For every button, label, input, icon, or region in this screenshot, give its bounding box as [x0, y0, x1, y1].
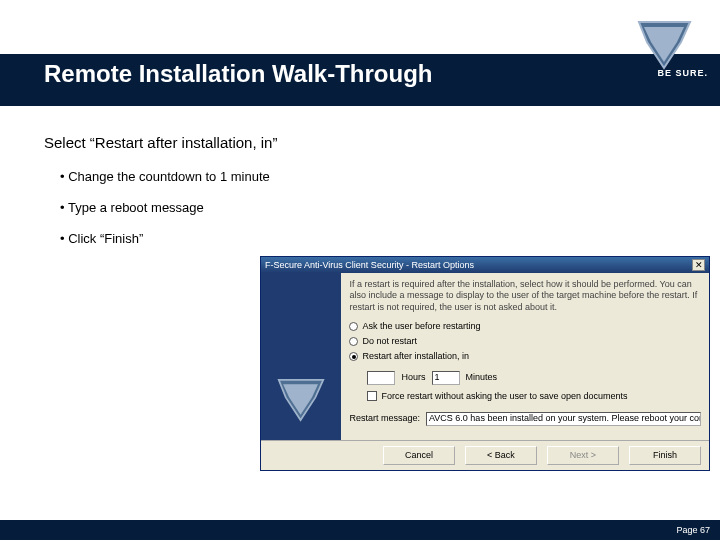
bullet-list: Change the countdown to 1 minute Type a … [60, 169, 684, 246]
subtitle: Select “Restart after installation, in” [44, 134, 684, 151]
list-item: Type a reboot message [60, 200, 684, 215]
radio-icon [349, 352, 358, 361]
radio-label: Ask the user before restarting [362, 321, 480, 332]
hours-field[interactable] [367, 371, 395, 385]
dialog-footer: Cancel < Back Next > Finish [261, 440, 709, 470]
dialog-title: F-Secure Anti-Virus Client Security - Re… [265, 260, 474, 270]
footer: Page 67 [0, 520, 720, 540]
checkbox-icon [367, 391, 377, 401]
hours-label: Hours [401, 372, 425, 383]
brand-tagline: BE SURE. [657, 68, 708, 78]
brand-logo-icon [277, 378, 325, 422]
radio-restart-after[interactable]: Restart after installation, in [349, 351, 701, 362]
brand-name: F-SECURE® [564, 26, 620, 39]
finish-button[interactable]: Finish [629, 446, 701, 465]
dialog-description: If a restart is required after the insta… [349, 279, 701, 313]
next-button: Next > [547, 446, 619, 465]
cancel-button[interactable]: Cancel [383, 446, 455, 465]
radio-label: Restart after installation, in [362, 351, 469, 362]
restart-options-dialog: F-Secure Anti-Virus Client Security - Re… [260, 256, 710, 471]
page-title: Remote Installation Walk-Through [44, 60, 432, 88]
minutes-label: Minutes [466, 372, 498, 383]
checkbox-label: Force restart without asking the user to… [381, 391, 627, 402]
radio-ask-user[interactable]: Ask the user before restarting [349, 321, 701, 332]
minutes-field[interactable]: 1 [432, 371, 460, 385]
header: Remote Installation Walk-Through F-SECUR… [0, 0, 720, 108]
back-button[interactable]: < Back [465, 446, 537, 465]
radio-icon [349, 322, 358, 331]
page-number: Page 67 [676, 525, 710, 535]
dialog-titlebar: F-Secure Anti-Virus Client Security - Re… [261, 257, 709, 273]
restart-message-label: Restart message: [349, 413, 420, 424]
list-item: Click “Finish” [60, 231, 684, 246]
radio-do-not-restart[interactable]: Do not restart [349, 336, 701, 347]
force-restart-checkbox[interactable]: Force restart without asking the user to… [367, 391, 701, 402]
radio-label: Do not restart [362, 336, 417, 347]
content: Select “Restart after installation, in” … [44, 134, 684, 262]
close-icon[interactable]: ✕ [692, 259, 705, 271]
list-item: Change the countdown to 1 minute [60, 169, 684, 184]
restart-message-field[interactable]: AVCS 6.0 has been installed on your syst… [426, 412, 701, 426]
dialog-main: If a restart is required after the insta… [341, 273, 709, 440]
radio-icon [349, 337, 358, 346]
dialog-sidebar [261, 273, 341, 440]
